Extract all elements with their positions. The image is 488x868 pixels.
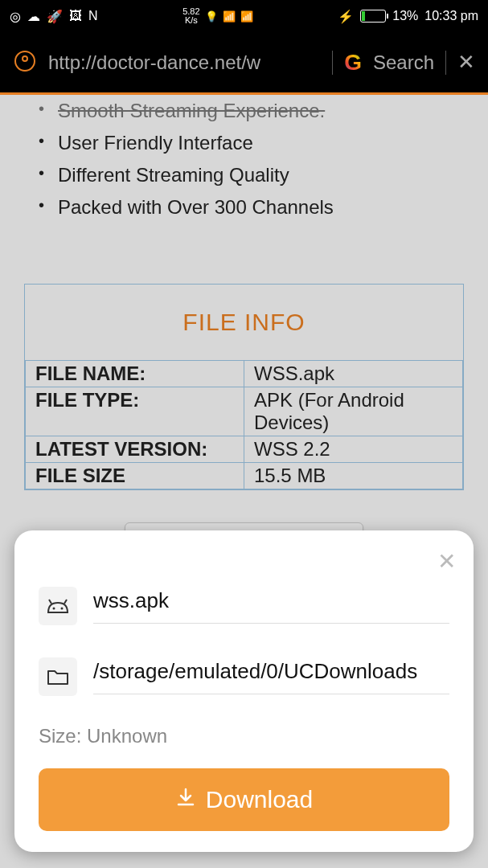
folder-icon [39, 657, 77, 696]
close-icon[interactable]: ✕ [437, 548, 456, 575]
clock: 10:33 pm [424, 9, 478, 23]
signal-icon: 📶 [223, 10, 236, 23]
close-icon[interactable]: ✕ [457, 50, 475, 75]
filename-field[interactable]: wss.apk [93, 588, 449, 624]
svg-line-5 [64, 600, 67, 604]
cloud-icon: ☁ [27, 9, 40, 24]
network-speed: 5.82 K/s [182, 7, 199, 25]
svg-point-3 [61, 608, 64, 610]
divider [445, 51, 446, 75]
rocket-icon: 🚀 [47, 9, 63, 24]
svg-point-2 [53, 608, 55, 610]
search-button[interactable]: Search [373, 51, 434, 74]
url-field[interactable]: http://doctor-dance.net/w [48, 51, 321, 74]
browser-logo-icon [13, 49, 37, 76]
target-icon: ◎ [10, 9, 21, 24]
svg-point-1 [23, 56, 27, 61]
android-status-bar: ◎ ☁ 🚀 🖼 N 5.82 K/s 💡 📶 📶 ⚡ 13% 10:33 pm [0, 0, 488, 32]
file-size-label: Size: Unknown [39, 725, 449, 747]
battery-icon [360, 10, 386, 23]
svg-line-4 [49, 600, 51, 604]
divider [332, 51, 333, 75]
browser-address-bar: http://doctor-dance.net/w G Search ✕ [0, 32, 488, 95]
path-field[interactable]: /storage/emulated/0/UCDownloads [93, 659, 449, 694]
android-icon [39, 587, 77, 625]
lightbulb-icon: 💡 [205, 10, 218, 23]
google-icon[interactable]: G [344, 50, 362, 76]
download-button[interactable]: Download [39, 768, 449, 831]
download-dialog: ✕ wss.apk /storage/emulated/0/UCDownload… [14, 530, 474, 852]
battery-percent: 13% [392, 9, 418, 23]
n-icon: N [88, 9, 98, 23]
picture-icon: 🖼 [69, 9, 82, 23]
download-icon [175, 786, 196, 813]
charging-icon: ⚡ [338, 9, 354, 24]
signal-icon-2: 📶 [240, 10, 253, 23]
